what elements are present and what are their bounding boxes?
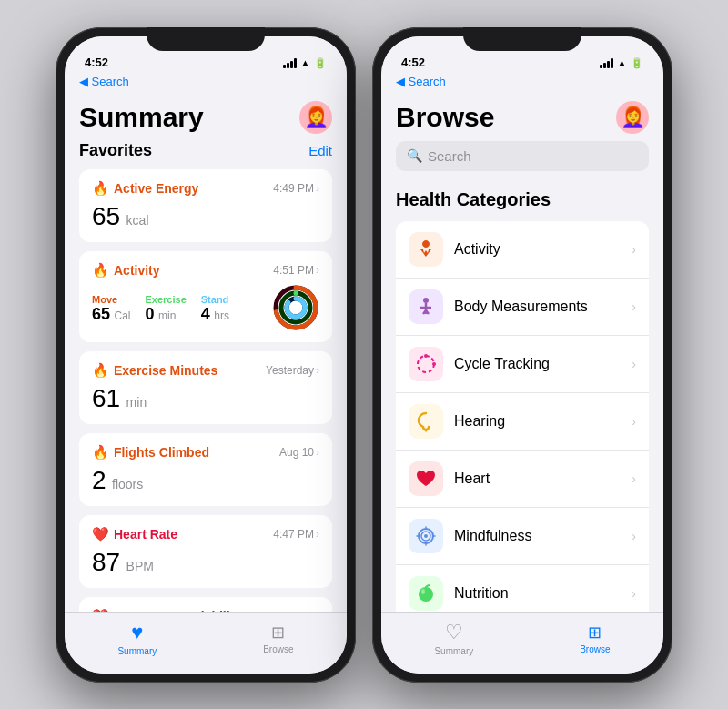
- heart-rate-value: 87: [92, 548, 120, 576]
- tab-browse[interactable]: ⊞ Browse: [263, 623, 293, 654]
- category-activity[interactable]: Activity ›: [396, 221, 649, 279]
- exercise-minutes-card[interactable]: 🔥 Exercise Minutes Yesterday › 61 min: [79, 351, 332, 424]
- flights-climbed-card[interactable]: 🔥 Flights Climbed Aug 10 › 2 floors: [79, 433, 332, 506]
- heart-rate-unit: BPM: [126, 559, 154, 573]
- browse-tab-icon-2: ⊞: [588, 623, 602, 643]
- active-energy-card[interactable]: 🔥 Active Energy 4:49 PM › 65 kcal: [79, 169, 332, 242]
- hearing-name: Hearing: [454, 413, 621, 430]
- cycle-chevron: ›: [632, 357, 636, 371]
- activity-icon: 🔥: [92, 262, 109, 279]
- svg-point-6: [423, 298, 429, 303]
- hrv-card[interactable]: ❤️ Heart Rate Variability 3:13 PM › 42 m…: [79, 597, 332, 612]
- active-energy-unit: kcal: [126, 213, 149, 228]
- hearing-chevron: ›: [632, 414, 636, 429]
- category-mindfulness[interactable]: Mindfulness ›: [396, 508, 649, 565]
- category-hearing[interactable]: Hearing ›: [396, 393, 649, 451]
- flights-chevron-icon: ›: [316, 446, 319, 459]
- tab-summary-2[interactable]: ♡ Summary: [434, 621, 473, 656]
- flights-time: Aug 10: [279, 446, 314, 459]
- exercise-minutes-icon: 🔥: [92, 362, 109, 379]
- category-heart[interactable]: Heart ›: [396, 451, 649, 508]
- heart-rate-card[interactable]: ❤️ Heart Rate 4:47 PM › 87 BPM: [79, 515, 332, 588]
- search-icon: 🔍: [407, 148, 422, 163]
- heart-name: Heart: [454, 471, 621, 487]
- browse-tab-label-2: Browse: [580, 644, 610, 654]
- signal-icon: [283, 58, 297, 68]
- mindfulness-chevron: ›: [632, 529, 636, 543]
- active-energy-title: Active Energy: [114, 181, 198, 196]
- stand-value: 4: [201, 305, 210, 323]
- wifi-icon-2: ▲: [617, 57, 627, 68]
- activity-time: 4:51 PM: [273, 264, 314, 277]
- edit-button[interactable]: Edit: [308, 143, 332, 158]
- flights-title: Flights Climbed: [114, 445, 209, 460]
- body-measurements-name: Body Measurements: [454, 299, 621, 315]
- category-cycle-tracking[interactable]: Cycle Tracking ›: [396, 336, 649, 393]
- browse-page-header: Browse 👩‍🦰: [396, 94, 649, 141]
- stand-label: Stand: [201, 294, 229, 305]
- active-energy-time: 4:49 PM: [273, 182, 314, 195]
- category-body-measurements[interactable]: Body Measurements ›: [396, 279, 649, 336]
- status-icons-2: ▲ 🔋: [600, 57, 643, 69]
- activity-category-name: Activity: [454, 241, 621, 258]
- flights-value: 2: [92, 466, 106, 494]
- flights-icon: 🔥: [92, 444, 109, 461]
- exercise-minutes-title: Exercise Minutes: [114, 363, 217, 378]
- cycle-tracking-name: Cycle Tracking: [454, 356, 621, 372]
- summary-tab-icon-2: ♡: [445, 621, 463, 644]
- heart-rate-chevron-icon: ›: [316, 528, 319, 541]
- notch-2: [463, 27, 581, 51]
- active-energy-icon: 🔥: [92, 180, 109, 197]
- exercise-value: 0: [146, 305, 155, 323]
- signal-icon-2: [600, 58, 613, 68]
- nav-back-2[interactable]: ◀ Search: [381, 73, 663, 94]
- nutrition-name: Nutrition: [454, 585, 621, 602]
- exercise-minutes-unit: min: [126, 395, 147, 410]
- summary-tab-label-2: Summary: [434, 646, 473, 656]
- browse-page-title: Browse: [396, 102, 494, 133]
- mindfulness-icon: [409, 519, 443, 553]
- body-chevron: ›: [632, 299, 636, 314]
- svg-point-12: [424, 354, 428, 358]
- tab-bar-2: ♡ Summary ⊞ Browse: [381, 612, 663, 674]
- categories-title: Health Categories: [396, 189, 649, 210]
- section-title: Favorites: [79, 141, 152, 160]
- browse-avatar[interactable]: 👩‍🦰: [616, 101, 649, 134]
- activity-metrics: Move 65 Cal Exercise 0 min Stand: [92, 294, 229, 324]
- nutrition-chevron: ›: [632, 586, 636, 601]
- tab-bar: ♥ Summary ⊞ Browse: [65, 612, 347, 674]
- search-bar[interactable]: 🔍 Search: [396, 141, 649, 171]
- wifi-icon: ▲: [300, 57, 310, 68]
- svg-point-5: [287, 299, 305, 317]
- exercise-label: Exercise: [146, 294, 187, 305]
- nutrition-icon: [409, 576, 443, 611]
- notch: [147, 27, 265, 51]
- status-time: 4:52: [85, 56, 108, 69]
- activity-chevron: ›: [632, 242, 636, 257]
- page-title: Summary: [79, 102, 204, 133]
- phone-browse: 4:52 ▲ 🔋 ◀ Search Browse 👩‍🦰: [372, 27, 672, 683]
- tab-summary[interactable]: ♥ Summary: [117, 621, 157, 656]
- tab-browse-2[interactable]: ⊞ Browse: [580, 623, 610, 654]
- browse-tab-icon: ⊞: [271, 623, 285, 643]
- svg-point-13: [432, 362, 436, 366]
- summary-tab-icon: ♥: [131, 621, 143, 644]
- search-placeholder: Search: [428, 148, 471, 164]
- battery-icon: 🔋: [314, 57, 327, 69]
- heart-rate-title: Heart Rate: [114, 527, 177, 542]
- svg-point-14: [425, 429, 428, 431]
- activity-ring: [272, 284, 319, 331]
- move-unit: Cal: [114, 309, 130, 322]
- nav-back[interactable]: ◀ Search: [65, 73, 347, 94]
- category-nutrition[interactable]: Nutrition ›: [396, 565, 649, 612]
- stand-unit: hrs: [214, 309, 229, 322]
- flights-unit: floors: [112, 477, 143, 491]
- activity-card[interactable]: 🔥 Activity 4:51 PM › Move 65: [79, 251, 332, 342]
- status-time-2: 4:52: [401, 56, 425, 69]
- body-measurements-icon: [409, 289, 443, 324]
- activity-chevron-icon: ›: [316, 264, 319, 277]
- move-value: 65: [92, 305, 110, 323]
- page-header: Summary 👩‍🦰: [79, 94, 332, 141]
- avatar[interactable]: 👩‍🦰: [299, 101, 332, 134]
- mindfulness-name: Mindfulness: [454, 528, 621, 544]
